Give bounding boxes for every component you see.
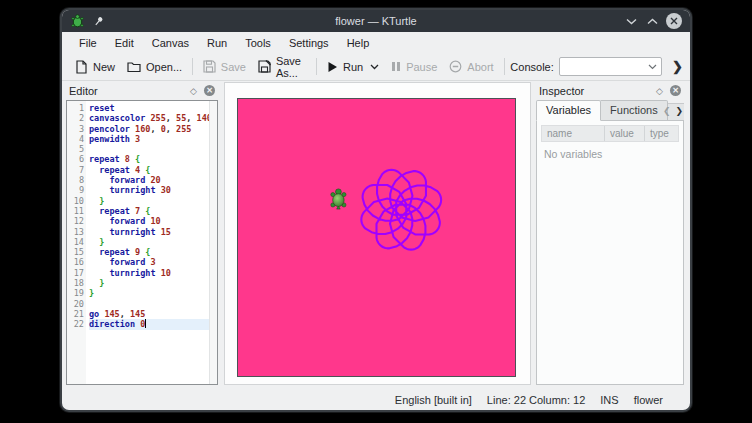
- menu-item-canvas[interactable]: Canvas: [143, 34, 198, 52]
- window-title: flower — KTurtle: [62, 15, 690, 27]
- line-number: 5: [67, 144, 84, 154]
- console-dropdown-icon[interactable]: [648, 64, 657, 70]
- save-as-button[interactable]: Save As...: [252, 52, 312, 82]
- toolbar-separator: [504, 58, 505, 75]
- menu-item-settings[interactable]: Settings: [280, 34, 338, 52]
- status-filename: flower: [634, 394, 663, 406]
- menu-item-edit[interactable]: Edit: [106, 34, 143, 52]
- line-number: 2: [67, 113, 84, 123]
- code-editor[interactable]: 12345678910111213141516171819202122 rese…: [66, 100, 218, 385]
- code-line[interactable]: forward 20: [89, 175, 209, 185]
- line-number: 19: [67, 288, 84, 298]
- editor-panel-title: Editor: [69, 85, 190, 97]
- editor-close-icon[interactable]: ✕: [204, 85, 215, 96]
- line-number: 18: [67, 278, 84, 288]
- menu-item-run[interactable]: Run: [198, 34, 236, 52]
- abort-icon: [449, 60, 462, 73]
- minimize-button[interactable]: [624, 14, 638, 28]
- line-number: 16: [67, 257, 84, 267]
- code-line[interactable]: reset: [89, 103, 209, 113]
- desktop: flower — KTurtle: [0, 0, 752, 423]
- line-number: 11: [67, 206, 84, 216]
- column-name[interactable]: name: [542, 126, 605, 141]
- inspector-close-icon[interactable]: ✕: [670, 85, 681, 96]
- tab-scroll-right-icon[interactable]: ❯: [675, 106, 683, 116]
- code-line[interactable]: repeat 8 {: [89, 154, 209, 164]
- abort-button[interactable]: Abort: [443, 57, 499, 76]
- turtle-canvas[interactable]: [237, 98, 516, 377]
- maximize-button[interactable]: [645, 14, 659, 28]
- line-number: 12: [67, 216, 84, 226]
- code-line[interactable]: [89, 144, 209, 154]
- code-line[interactable]: canvascolor 255, 55, 140: [89, 113, 209, 123]
- tab-variables[interactable]: Variables: [536, 100, 601, 121]
- line-number-gutter: 12345678910111213141516171819202122: [67, 101, 86, 384]
- editor-panel-header[interactable]: Editor ◇ ✕: [66, 82, 218, 99]
- editor-panel: Editor ◇ ✕ 12345678910111213141516171819…: [66, 82, 218, 385]
- code-line[interactable]: [89, 299, 209, 309]
- code-line[interactable]: turnright 10: [89, 268, 209, 278]
- toolbar: New Open... Save Save As...: [62, 53, 690, 81]
- run-speed-dropdown-icon[interactable]: [370, 64, 379, 70]
- inspector-float-icon[interactable]: ◇: [656, 86, 663, 96]
- console-input[interactable]: [559, 57, 662, 76]
- line-number: 10: [67, 196, 84, 206]
- code-line[interactable]: go 145, 145: [89, 309, 209, 319]
- editor-float-icon[interactable]: ◇: [190, 86, 197, 96]
- variables-table: name value type No variables: [536, 120, 684, 385]
- kturtle-window: flower — KTurtle: [62, 10, 690, 410]
- code-line[interactable]: }: [89, 237, 209, 247]
- code-line[interactable]: turnright 15: [89, 227, 209, 237]
- menu-item-tools[interactable]: Tools: [236, 34, 280, 52]
- canvas-panel: [224, 82, 531, 385]
- column-type[interactable]: type: [645, 126, 678, 141]
- pause-icon: [391, 61, 401, 72]
- titlebar[interactable]: flower — KTurtle: [62, 10, 690, 32]
- open-folder-icon: [127, 60, 141, 73]
- code-line[interactable]: direction 0: [89, 319, 209, 329]
- toolbar-expand-icon[interactable]: ❯: [672, 59, 683, 74]
- code-line[interactable]: penwidth 3: [89, 134, 209, 144]
- code-line[interactable]: forward 10: [89, 216, 209, 226]
- statusbar: English [built in] Line: 22 Column: 12 I…: [62, 390, 690, 410]
- save-as-icon: [258, 60, 271, 73]
- open-button[interactable]: Open...: [121, 57, 188, 76]
- code-line[interactable]: repeat 9 {: [89, 247, 209, 257]
- run-button[interactable]: Run: [321, 58, 385, 76]
- editor-scrollbar[interactable]: [209, 101, 217, 384]
- code-line[interactable]: repeat 4 {: [89, 165, 209, 175]
- flower-drawing: [361, 170, 441, 250]
- menubar: File Edit Canvas Run Tools Settings Help: [62, 32, 690, 53]
- status-language: English [built in]: [395, 394, 472, 406]
- menu-item-file[interactable]: File: [70, 34, 106, 52]
- code-line[interactable]: repeat 7 {: [89, 206, 209, 216]
- inspector-panel-header[interactable]: Inspector ◇ ✕: [536, 82, 684, 99]
- close-button[interactable]: [666, 13, 682, 29]
- code-line[interactable]: }: [89, 196, 209, 206]
- column-value[interactable]: value: [605, 126, 645, 141]
- inspector-panel-title: Inspector: [539, 85, 656, 97]
- line-number: 9: [67, 185, 84, 195]
- pause-button[interactable]: Pause: [385, 58, 443, 76]
- new-button[interactable]: New: [69, 57, 121, 77]
- toolbar-separator: [192, 58, 193, 75]
- save-button[interactable]: Save: [197, 57, 252, 76]
- line-number: 3: [67, 124, 84, 134]
- code-line[interactable]: }: [89, 278, 209, 288]
- pin-icon[interactable]: [93, 16, 104, 27]
- line-number: 15: [67, 247, 84, 257]
- line-number: 21: [67, 309, 84, 319]
- line-number: 7: [67, 165, 84, 175]
- tab-scroll-left-icon[interactable]: ❮: [663, 106, 671, 116]
- line-number: 14: [67, 237, 84, 247]
- code-line[interactable]: forward 3: [89, 257, 209, 267]
- tab-functions[interactable]: Functions: [601, 100, 668, 121]
- menu-item-help[interactable]: Help: [338, 34, 379, 52]
- code-line[interactable]: pencolor 160, 0, 255: [89, 124, 209, 134]
- status-cursor-position: Line: 22 Column: 12: [487, 394, 585, 406]
- code-line[interactable]: turnright 30: [89, 185, 209, 195]
- code-text[interactable]: resetcanvascolor 255, 55, 140pencolor 16…: [86, 101, 209, 384]
- inspector-panel: Inspector ◇ ✕ Variables Functions ❮ ❯ na…: [536, 82, 684, 385]
- line-number: 8: [67, 175, 84, 185]
- code-line[interactable]: }: [89, 288, 209, 298]
